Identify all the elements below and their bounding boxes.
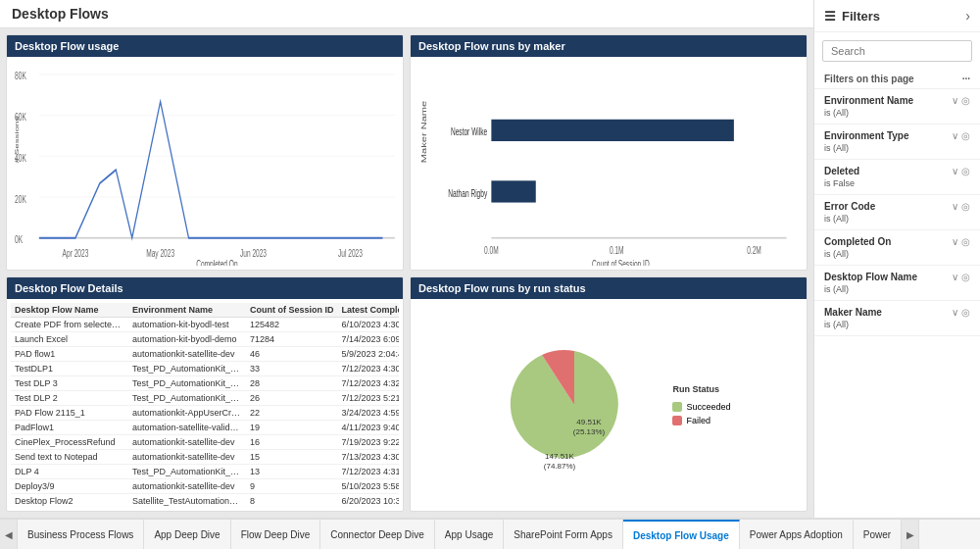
table-cell: PAD flow1: [11, 346, 128, 361]
table-row: TestDLP1Test_PD_AutomationKit_Satellite3…: [11, 361, 399, 375]
table-cell: Send text to Notepad: [11, 449, 128, 464]
table-cell: PAD Flow 2115_1: [11, 405, 128, 420]
svg-text:Completed On: Completed On: [196, 259, 237, 266]
table-row: Desktop Flow2Satellite_TestAutomationKIT…: [11, 493, 399, 507]
maker-card-body: Maker Name Nestor Wilke Nathan Rigby 0.0…: [411, 57, 807, 270]
bottom-tabs: ◀ Business Process FlowsApp Deep DiveFlo…: [0, 518, 980, 549]
tab-app-usage[interactable]: App Usage: [435, 520, 504, 549]
filter-icons: ∨ ◎: [952, 95, 970, 106]
tab-power-apps-adoption[interactable]: Power Apps Adoption: [740, 520, 854, 549]
tab-business-process-flows[interactable]: Business Process Flows: [18, 520, 144, 549]
table-cell: Test_PD_AutomationKit_Satellite: [128, 375, 246, 390]
run-status-card-title: Desktop Flow runs by run status: [411, 277, 807, 299]
svg-text:80K: 80K: [15, 71, 26, 82]
tab-app-deep-dive[interactable]: App Deep Dive: [144, 520, 230, 549]
svg-text:0K: 0K: [15, 234, 23, 246]
svg-text:Maker Name: Maker Name: [420, 101, 427, 164]
table-row: Test DLP 2Test_PD_AutomationKit_Satellit…: [11, 390, 399, 405]
pie-chart: 49.51K (25.13%) 147.51K (74.87%): [486, 331, 662, 478]
table-row: PAD flow1automationkit-satellite-dev465/…: [11, 346, 399, 361]
col-completed-on: Latest Completed On: [338, 303, 400, 318]
filters-more-icon: ···: [962, 74, 970, 84]
filter-value: is (All): [824, 214, 970, 224]
filter-item[interactable]: Deleted ∨ ◎ is False: [814, 160, 980, 195]
table-cell: 16: [246, 434, 338, 449]
table-cell: 7/12/2023 4:31:16 AM: [338, 464, 400, 478]
filter-item[interactable]: Environment Name ∨ ◎ is (All): [814, 89, 980, 125]
filter-value: is False: [824, 178, 970, 188]
svg-text:(25.13%): (25.13%): [573, 427, 606, 436]
filter-item[interactable]: Completed On ∨ ◎ is (All): [814, 230, 980, 266]
tab-desktop-flow-usage[interactable]: Desktop Flow Usage: [623, 520, 740, 549]
table-cell: Test_PD_AutomationKit_Satellite: [128, 361, 246, 375]
tab-sharepoint-form-apps[interactable]: SharePoint Form Apps: [504, 520, 623, 549]
filters-search-input[interactable]: [822, 40, 972, 62]
svg-rect-21: [491, 180, 535, 202]
svg-text:0.1M: 0.1M: [610, 245, 624, 257]
run-status-card: Desktop Flow runs by run status 49.51K (…: [410, 276, 808, 513]
table-cell: Test DLP 2: [11, 390, 128, 405]
col-env-name: Environment Name: [128, 303, 246, 318]
svg-text:147.51K: 147.51K: [546, 452, 575, 461]
tab-next-button[interactable]: ▶: [902, 520, 919, 549]
tab-connector-deep-dive[interactable]: Connector Deep Dive: [320, 520, 435, 549]
table-cell: TestDLP1: [11, 361, 128, 375]
table-cell: 5/9/2023 2:04:44 PM: [338, 346, 400, 361]
svg-text:0.0M: 0.0M: [484, 245, 499, 257]
maker-chart: Maker Name Nestor Wilke Nathan Rigby 0.0…: [415, 61, 803, 266]
dashboard-grid: Desktop Flow usage 80K 60K 40K 20K 0K # …: [0, 28, 813, 518]
tab-power[interactable]: Power: [854, 520, 902, 549]
table-row: Deploy3/9automationkit-satellite-dev95/1…: [11, 478, 399, 493]
details-card-title: Desktop Flow Details: [7, 277, 403, 299]
col-flow-name: Desktop Flow Name: [11, 303, 128, 318]
svg-text:Nestor Wilke: Nestor Wilke: [451, 126, 487, 138]
filters-title: ☰ Filters: [824, 9, 880, 24]
filter-icons: ∨ ◎: [952, 236, 970, 247]
table-cell: DLP 4: [11, 464, 128, 478]
filters-panel: ☰ Filters › Filters on this page ··· Env…: [813, 0, 980, 518]
table-cell: 22: [246, 405, 338, 420]
filter-icons: ∨ ◎: [952, 201, 970, 212]
svg-text:0.2M: 0.2M: [747, 245, 761, 257]
filter-name: Desktop Flow Name: [824, 272, 917, 282]
filter-value: is (All): [824, 284, 970, 294]
filter-value: is (All): [824, 249, 970, 259]
table-cell: 28: [246, 375, 338, 390]
filter-name: Deleted: [824, 166, 859, 176]
table-cell: 4/11/2023 9:40:26 AM: [338, 420, 400, 434]
col-session-count: Count of Session ID: [246, 303, 338, 318]
table-row: PadFlow1automation-satellite-validation1…: [11, 420, 399, 434]
tab-prev-button[interactable]: ◀: [0, 520, 18, 549]
details-table-container[interactable]: Desktop Flow Name Environment Name Count…: [11, 303, 399, 508]
filter-item[interactable]: Error Code ∨ ◎ is (All): [814, 195, 980, 230]
table-cell: Desktop Flow2: [11, 493, 128, 507]
tab-flow-deep-dive[interactable]: Flow Deep Dive: [231, 520, 321, 549]
svg-text:Count of Session ID: Count of Session ID: [592, 259, 650, 266]
failed-label: Failed: [686, 416, 710, 425]
pie-chart-area: 49.51K (25.13%) 147.51K (74.87%) Run Sta…: [415, 303, 803, 508]
succeeded-dot: [672, 402, 682, 412]
table-cell: 7/12/2023 4:32:05 AM: [338, 375, 400, 390]
table-cell: automationkit-satellite-dev: [128, 434, 246, 449]
filter-item[interactable]: Desktop Flow Name ∨ ◎ is (All): [814, 266, 980, 301]
table-row: Send text to Notepadautomationkit-satell…: [11, 449, 399, 464]
table-cell: automationkit-satellite-dev: [128, 478, 246, 493]
filters-close-button[interactable]: ›: [965, 8, 970, 24]
filter-icon: ☰: [824, 9, 836, 24]
legend-title: Run Status: [672, 384, 730, 394]
table-cell: 15: [246, 449, 338, 464]
table-cell: 7/12/2023 4:30:45 AM: [338, 361, 400, 375]
table-row: DLP 4Test_PD_AutomationKit_Satellite137/…: [11, 464, 399, 478]
filter-item[interactable]: Maker Name ∨ ◎ is (All): [814, 301, 980, 336]
table-cell: 5/10/2023 5:58:05 AM: [338, 478, 400, 493]
table-cell: 8: [246, 493, 338, 507]
table-cell: 125482: [246, 317, 338, 331]
table-cell: Deploy3/9: [11, 478, 128, 493]
filter-item[interactable]: Environment Type ∨ ◎ is (All): [814, 125, 980, 160]
legend-failed: Failed: [672, 416, 730, 425]
table-cell: CinePlex_ProcessRefund: [11, 434, 128, 449]
svg-text:Jun 2023: Jun 2023: [240, 247, 267, 259]
table-cell: Test DLP 3: [11, 375, 128, 390]
details-table: Desktop Flow Name Environment Name Count…: [11, 303, 399, 508]
usage-card-title: Desktop Flow usage: [7, 35, 403, 57]
